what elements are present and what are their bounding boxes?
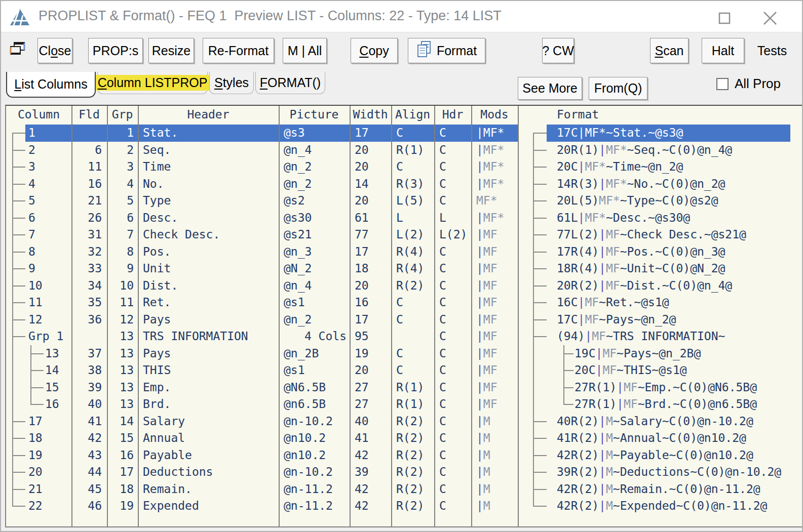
see-more-button[interactable]: See More — [518, 77, 582, 100]
cell-width: 17 — [355, 243, 389, 261]
cell-align: R(3) — [396, 176, 433, 193]
maximize-button[interactable] — [714, 10, 735, 26]
table-row[interactable]: 3113Time@n_220CC|MF*20C|MF*~Time~@n_2@ — [6, 158, 802, 176]
cell-fld: 32 — [71, 243, 102, 261]
cell-format: 20C|MF*~Time~@n_2@ — [557, 158, 683, 176]
copy-button[interactable]: Copy — [351, 38, 398, 63]
tree-branch — [12, 218, 25, 219]
cell-align: L(2) — [396, 226, 433, 243]
tab-format[interactable]: FORMAT() — [255, 72, 325, 94]
cell-header: Salary — [143, 413, 278, 430]
table-row[interactable]: 4164No.@n_214R(3)C|MF*14R(3)|MF*~No.~C(0… — [6, 176, 802, 193]
table-row[interactable]: 262Seq.@n_420R(1)C|MF*20R(1)|MF*~Seq.~C(… — [6, 142, 802, 159]
table-row[interactable]: 6266Desc.@s3061LL|MF*61L|MF*~Desc.~@s30@ — [6, 210, 802, 227]
reformat-button[interactable]: Re-Format — [203, 38, 274, 63]
cell-column: 13 — [45, 345, 59, 362]
cell-header: Dist. — [143, 277, 278, 295]
cell-format: 42R(2)|M~Expended~C(0)@n-11.2@ — [557, 498, 767, 515]
close-button[interactable]: Close — [37, 38, 72, 63]
cell-width: 42 — [355, 498, 389, 515]
cell-width: 40 — [355, 413, 389, 430]
table-row[interactable]: 133713Pays@n_2B19CC|MF19C|MF~Pays~@n_2B@ — [6, 345, 802, 362]
table-row[interactable]: 9339Unit@N_218R(4)C|MF18R(4)|MF~Unit~C(0… — [6, 260, 802, 277]
all-prop-checkbox[interactable] — [716, 78, 729, 90]
format-label: Format — [437, 44, 477, 58]
cell-width: 20 — [355, 142, 389, 159]
fromq-button[interactable]: From(Q) — [589, 77, 647, 100]
header-cell-column: Column — [6, 106, 71, 124]
cell-column: 8 — [28, 243, 35, 261]
cell-align: C — [396, 311, 433, 329]
cell-picture: @n_4 — [284, 142, 347, 159]
table-row[interactable]: 153913Emp.@N6.5B27R(1)C|MF27R(1)|MF~Emp.… — [6, 379, 802, 396]
cell-grp: 3 — [107, 158, 134, 176]
table-row[interactable]: 174114Salary@n-10.240R(2)C|M40R(2)|M~Sal… — [6, 413, 802, 430]
table-row[interactable]: 123612Pays@n_217CC|MF17C|MF~Pays~@n_2@ — [6, 311, 802, 329]
table-row[interactable]: 194316Payable@n10.242R(2)C|M42R(2)|M~Pay… — [6, 447, 802, 464]
scan-button[interactable]: Scan — [650, 38, 689, 63]
resize-button[interactable]: Resize — [148, 38, 194, 63]
cell-hdr: C — [439, 176, 470, 193]
cell-align: R(2) — [396, 277, 433, 295]
cell-header: Seq. — [143, 142, 278, 159]
cell-format: 19C|MF~Pays~@n_2B@ — [575, 345, 701, 362]
halt-button[interactable]: Halt — [702, 38, 744, 63]
table-row[interactable]: 11Stat.@s317CC|MF*17C|MF*~Stat.~@s3@ — [6, 125, 802, 142]
table-row[interactable]: 8328Pos.@n_317R(4)C|MF17R(4)|MF~Pos.~C(0… — [6, 243, 802, 261]
cell-hdr: C — [439, 345, 470, 362]
cell-width: 41 — [355, 430, 389, 447]
table-row[interactable]: 164013Brd.@n6.5B27R(1)C|MF27R(1)|MF~Brd.… — [6, 396, 802, 413]
tests-button[interactable]: Tests — [752, 38, 792, 63]
cell-header: No. — [143, 176, 278, 193]
cell-format: 20L(5)MF*~Type~C(0)@s2@ — [557, 192, 718, 210]
table-row[interactable]: 7317Check Desc.@s2177L(2)L(2)|MF77L(2)|M… — [6, 226, 802, 243]
cell-mods: |MF — [476, 226, 517, 243]
cell-hdr: C — [439, 498, 470, 515]
cell-align: L(5) — [396, 192, 433, 210]
tree-branch — [30, 404, 44, 405]
mall-button[interactable]: M | All — [283, 38, 327, 63]
cell-hdr: C — [439, 294, 470, 311]
cell-fld: 46 — [71, 498, 102, 515]
cell-header: Desc. — [143, 210, 278, 227]
props-button[interactable]: PROP:s — [88, 38, 143, 63]
cell-hdr: C — [439, 142, 470, 159]
format-button[interactable]: Format — [408, 38, 485, 63]
tab-list-columns[interactable]: List Columns — [6, 72, 96, 98]
tree-branch — [533, 455, 547, 456]
cascade-button[interactable] — [9, 38, 26, 63]
table-row[interactable]: 224619Expended@n-11.242R(2)C|M42R(2)|M~E… — [6, 498, 802, 515]
cell-fld: 43 — [71, 447, 102, 464]
table-row[interactable]: Grp 113TRS INFORMATION4 Cols95C|MF(94)|M… — [6, 328, 802, 345]
cell-format: 20C|MF~THIS~@s1@ — [575, 362, 687, 379]
close-window-button[interactable] — [760, 10, 780, 26]
table-row[interactable]: 204417Deductions@n-10.239R(2)C|M39R(2)|M… — [6, 464, 802, 481]
cell-mods: |MF* — [476, 142, 517, 159]
table-row[interactable]: 143813THIS@s120CC|MF20C|MF~THIS~@s1@ — [6, 362, 802, 379]
header-cell-mods: Mods — [471, 106, 518, 124]
qcw-button[interactable]: ? CW — [542, 38, 574, 63]
table-row[interactable]: 113511Ret.@s116CC|MF16C|MF~Ret.~@s1@ — [6, 294, 802, 311]
cell-fld: 21 — [71, 192, 102, 210]
cell-picture: @s21 — [284, 226, 347, 243]
tab-label-styles: Styles — [214, 75, 249, 90]
cell-header: Check Desc. — [143, 226, 278, 243]
cell-width: 27 — [355, 379, 389, 396]
cell-header: Time — [143, 158, 278, 176]
cell-grp: 11 — [107, 294, 134, 311]
header-cell-fld: Fld — [71, 106, 107, 124]
table-row[interactable]: 214518Remain.@n-11.242R(2)C|M42R(2)|M~Re… — [6, 481, 802, 498]
tab-column-listprop[interactable]: Column LISTPROP — [97, 72, 208, 94]
table-row[interactable]: 103410Dist.@n_420R(2)C|MF20R(2)|MF~Dist.… — [6, 277, 802, 295]
cell-mods: |MF — [476, 311, 517, 329]
cell-fld: 35 — [71, 294, 102, 311]
table-row[interactable]: 5215Type@s220L(5)CMF*20L(5)MF*~Type~C(0)… — [6, 192, 802, 210]
tab-styles[interactable]: Styles — [209, 72, 254, 94]
tree-branch — [12, 184, 25, 185]
cell-grp: 5 — [107, 192, 134, 210]
cell-picture: @n_2 — [284, 176, 347, 193]
cell-column: 15 — [45, 379, 59, 396]
cell-column: 21 — [28, 481, 43, 498]
cell-mods: |MF — [476, 294, 517, 311]
table-row[interactable]: 184215Annual@n10.241R(2)C|M41R(2)|M~Annu… — [6, 430, 802, 447]
